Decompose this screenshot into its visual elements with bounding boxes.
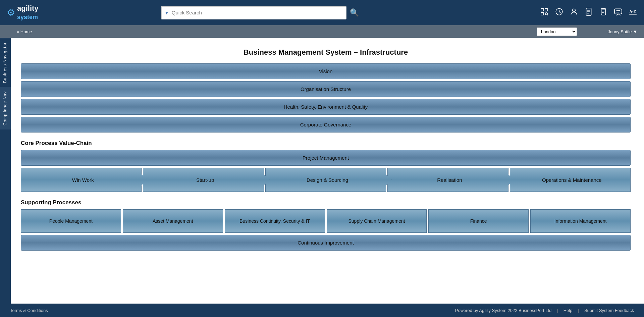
nav-bar: » Home London Manchester Birmingham Jonn… bbox=[0, 25, 644, 38]
logo-text-agility: agility bbox=[17, 4, 39, 12]
powered-by-text: Powered by Agility System 2022 BusinessP… bbox=[455, 308, 552, 313]
svg-point-8 bbox=[573, 9, 576, 12]
logo: ⚙ agility system bbox=[7, 4, 60, 20]
organisation-structure-button[interactable]: Organisation Structure bbox=[21, 81, 631, 97]
feedback-link[interactable]: Submit System Feedback bbox=[584, 308, 634, 313]
svg-line-4 bbox=[547, 14, 548, 15]
realisation-label: Realisation bbox=[437, 177, 462, 183]
user-scan-icon[interactable] bbox=[540, 7, 549, 18]
logo-text-system: system bbox=[17, 13, 39, 21]
document-icon[interactable] bbox=[584, 7, 593, 18]
logo-icon: ⚙ bbox=[7, 7, 15, 18]
svg-rect-2 bbox=[541, 12, 544, 15]
footer-sep-1: | bbox=[557, 308, 558, 313]
search-triangle-icon: ▼ bbox=[162, 10, 172, 15]
search-button[interactable]: 🔍 bbox=[346, 8, 362, 17]
terms-conditions-link[interactable]: Terms & Conditions bbox=[10, 308, 48, 313]
help-link[interactable]: Help bbox=[564, 308, 573, 313]
footer-sep-2: | bbox=[578, 308, 579, 313]
svg-point-3 bbox=[545, 12, 548, 15]
sidebar-tab-business-navigator-label: Business Navigator bbox=[3, 42, 7, 83]
continuous-improvement-button[interactable]: Continuous Improvement bbox=[21, 235, 631, 251]
main-content: Business Management System – Infrastruct… bbox=[11, 38, 644, 304]
process-design-sourcing[interactable]: Design & Sourcing bbox=[265, 168, 386, 192]
svg-rect-15 bbox=[614, 9, 622, 14]
supporting-processes-title: Supporting Processes bbox=[21, 199, 631, 206]
support-information-management[interactable]: Information Management bbox=[530, 209, 631, 233]
svg-rect-0 bbox=[541, 8, 544, 11]
infra-row-organisation: Organisation Structure bbox=[21, 81, 631, 97]
infra-row-corporate: Corporate Governance bbox=[21, 117, 631, 133]
business-continuity-label: Business Continuity, Security & IT bbox=[239, 218, 310, 224]
home-link[interactable]: » Home bbox=[17, 29, 32, 34]
process-chain: Win Work Start-up Design & Sourcing Real… bbox=[21, 168, 631, 192]
process-win-work[interactable]: Win Work bbox=[21, 168, 142, 192]
process-start-up[interactable]: Start-up bbox=[143, 168, 264, 192]
design-sourcing-label: Design & Sourcing bbox=[307, 177, 348, 183]
process-realisation[interactable]: Realisation bbox=[387, 168, 508, 192]
user-menu[interactable]: Jonny Suttle ▼ bbox=[608, 29, 637, 34]
infra-row-vision: Vision bbox=[21, 63, 631, 79]
hseq-button[interactable]: Health, Safety, Environment & Quality bbox=[21, 99, 631, 115]
sidebar-tab-business-navigator[interactable]: Business Navigator bbox=[0, 38, 11, 87]
infra-row-hseq: Health, Safety, Environment & Quality bbox=[21, 99, 631, 115]
sidebar-tab-compliance-nav-label: Compliance Nav bbox=[3, 91, 7, 125]
support-asset-management[interactable]: Asset Management bbox=[123, 209, 223, 233]
supply-chain-label: Supply Chain Management bbox=[348, 218, 405, 224]
chat-icon[interactable] bbox=[614, 7, 623, 18]
project-management-button[interactable]: Project Management bbox=[21, 150, 631, 166]
support-finance[interactable]: Finance bbox=[428, 209, 529, 233]
finance-label: Finance bbox=[470, 218, 487, 224]
clock-icon[interactable] bbox=[555, 7, 564, 18]
header-icons: A-Z bbox=[540, 7, 637, 18]
support-supply-chain[interactable]: Supply Chain Management bbox=[327, 209, 427, 233]
footer: Terms & Conditions Powered by Agility Sy… bbox=[0, 304, 644, 317]
location-selector: London Manchester Birmingham bbox=[537, 28, 577, 36]
support-business-continuity[interactable]: Business Continuity, Security & IT bbox=[225, 209, 325, 233]
svg-rect-1 bbox=[545, 8, 548, 11]
information-management-label: Information Management bbox=[554, 218, 607, 224]
layout: Business Navigator Compliance Nav Busine… bbox=[0, 38, 644, 304]
svg-line-7 bbox=[559, 12, 560, 12]
header: ⚙ agility system ▼ 🔍 bbox=[0, 0, 644, 25]
corporate-governance-button[interactable]: Corporate Governance bbox=[21, 117, 631, 133]
operations-maintenance-label: Operations & Maintenance bbox=[542, 177, 602, 183]
clipboard-icon[interactable] bbox=[599, 7, 608, 18]
location-dropdown[interactable]: London Manchester Birmingham bbox=[537, 28, 577, 36]
page-title: Business Management System – Infrastruct… bbox=[21, 48, 631, 57]
search-area: ▼ 🔍 bbox=[161, 6, 362, 19]
win-work-label: Win Work bbox=[72, 177, 94, 183]
process-operations-maintenance[interactable]: Operations & Maintenance bbox=[510, 168, 631, 192]
sidebar-tab-compliance-nav[interactable]: Compliance Nav bbox=[0, 87, 11, 129]
people-management-label: People Management bbox=[49, 218, 93, 224]
vision-button[interactable]: Vision bbox=[21, 63, 631, 79]
search-wrapper: ▼ bbox=[161, 6, 346, 19]
start-up-label: Start-up bbox=[196, 177, 214, 183]
supporting-processes-grid: People Management Asset Management Busin… bbox=[21, 209, 631, 233]
search-input[interactable] bbox=[172, 10, 346, 15]
search-icon: 🔍 bbox=[350, 8, 359, 17]
support-people-management[interactable]: People Management bbox=[21, 209, 121, 233]
az-icon[interactable]: A-Z bbox=[629, 7, 637, 18]
svg-text:A-Z: A-Z bbox=[629, 9, 636, 14]
asset-management-label: Asset Management bbox=[153, 218, 193, 224]
sidebar: Business Navigator Compliance Nav bbox=[0, 38, 11, 304]
person-icon[interactable] bbox=[570, 7, 578, 18]
core-process-title: Core Process Value-Chain bbox=[21, 140, 631, 147]
footer-right: Powered by Agility System 2022 BusinessP… bbox=[455, 308, 634, 313]
